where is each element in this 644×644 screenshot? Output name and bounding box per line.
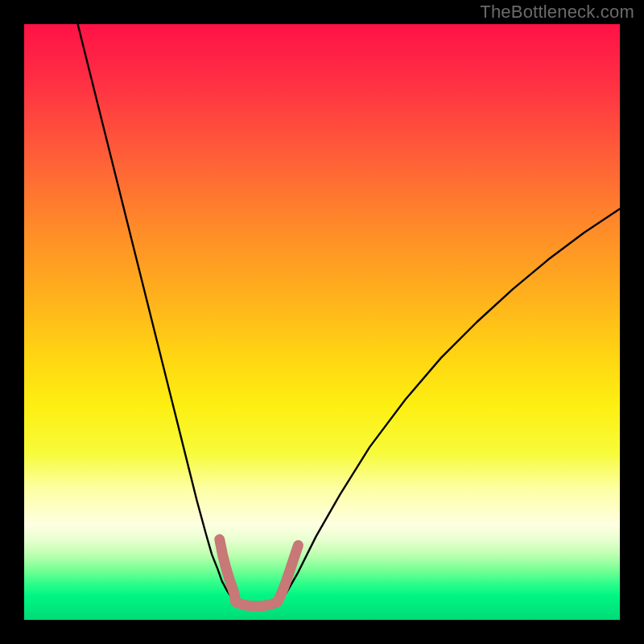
right-curve: [278, 208, 621, 604]
left-curve: [78, 24, 236, 605]
pink-overlay-floor: [236, 602, 278, 606]
curve-layer: [24, 24, 620, 620]
chart-frame: TheBottleneck.com: [0, 0, 644, 644]
pink-overlay-right: [278, 546, 299, 602]
watermark-text: TheBottleneck.com: [480, 2, 634, 23]
plot-area: [24, 24, 620, 620]
